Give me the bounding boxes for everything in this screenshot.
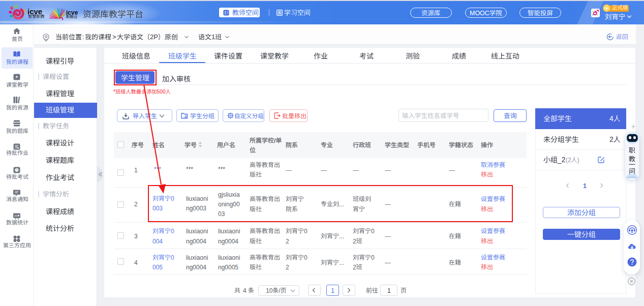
svg-text:0: 0: [371, 254, 374, 261]
svg-text:0: 0: [171, 254, 174, 261]
svg-text:0: 0: [303, 228, 307, 235]
svg-text:---: ---: [286, 167, 292, 174]
svg-text:---: ---: [353, 167, 359, 174]
svg-text:liuxiaoni: liuxiaoni: [218, 254, 240, 261]
svg-text:_2: _2: [557, 156, 566, 164]
svg-text:0: 0: [171, 228, 174, 235]
svg-text:004: 004: [152, 237, 163, 244]
svg-text:2: 2: [609, 135, 614, 143]
svg-text:2P: 2P: [150, 33, 158, 41]
svg-text:2: 2: [286, 264, 289, 271]
svg-text:1: 1: [583, 182, 587, 190]
svg-text:/: /: [273, 137, 275, 144]
svg-text:*: *: [113, 88, 115, 94]
svg-text:liuxiaoni: liuxiaoni: [218, 228, 240, 235]
svg-text::: :: [82, 33, 84, 41]
svg-text:ng0005: ng0005: [218, 264, 238, 271]
svg-text:***: ***: [218, 166, 225, 173]
svg-text:4: 4: [609, 114, 614, 123]
svg-text:ng0004: ng0004: [186, 264, 206, 271]
svg-text:ng0004: ng0004: [218, 237, 238, 244]
svg-text:---: ---: [385, 233, 391, 240]
svg-text:(2: (2: [566, 157, 571, 164]
svg-text:2: 2: [134, 201, 138, 208]
svg-text:1: 1: [387, 287, 391, 294]
svg-text:/: /: [279, 287, 281, 294]
svg-text:0: 0: [371, 228, 374, 235]
svg-text:10: 10: [266, 287, 273, 294]
svg-text:ng0004: ng0004: [186, 237, 206, 244]
svg-text:>: >: [112, 33, 116, 41]
svg-text:): ): [577, 157, 579, 164]
svg-text:liuxiaoni: liuxiaoni: [186, 254, 208, 261]
svg-text:2: 2: [353, 237, 356, 244]
svg-text:2: 2: [286, 237, 289, 244]
svg-text:4: 4: [134, 259, 138, 266]
svg-text:0: 0: [303, 254, 307, 261]
svg-text:2: 2: [353, 264, 356, 271]
svg-text:1: 1: [211, 33, 214, 41]
svg-text:3: 3: [134, 233, 138, 240]
svg-text:...: ...: [339, 233, 344, 240]
svg-text:---: ---: [385, 259, 391, 266]
svg-text:liuxiaoni: liuxiaoni: [186, 228, 208, 235]
svg-text:4: 4: [243, 287, 247, 294]
svg-text:1: 1: [331, 287, 334, 294]
svg-text:005: 005: [152, 264, 163, 271]
svg-text:---: ---: [385, 167, 391, 174]
svg-text:***: ***: [186, 166, 193, 173]
svg-text:...: ...: [339, 259, 344, 266]
svg-text:---: ---: [321, 167, 327, 174]
svg-text:---: ---: [449, 167, 455, 174]
svg-text:MOOC: MOOC: [470, 10, 489, 17]
